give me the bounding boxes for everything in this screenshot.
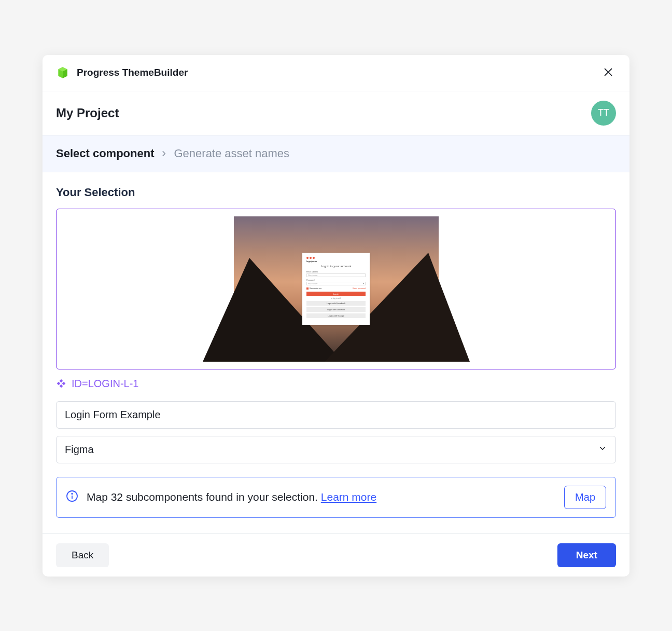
avatar[interactable]: TT <box>591 101 616 126</box>
selection-preview: logoipsum Log in to your account Email a… <box>56 209 616 369</box>
info-suffix: subcomponents found in your selection. <box>123 491 321 503</box>
svg-point-4 <box>72 493 73 495</box>
source-select[interactable]: Figma <box>56 436 616 463</box>
preview-linkedin-button: Login with LinkedIn <box>306 307 366 312</box>
caret-down-icon: ▾ <box>363 282 364 285</box>
breadcrumb-step-current: Select component <box>56 147 154 160</box>
login-card-preview: logoipsum Log in to your account Email a… <box>302 253 370 325</box>
content: Your Selection logoipsum Log in to your … <box>43 172 629 533</box>
dialog-header: Progress ThemeBuilder <box>43 55 629 91</box>
preview-login-button: Log in <box>306 292 366 296</box>
preview-options-row: Remember me Reset password <box>306 287 366 290</box>
preview-or-text: or log in with <box>306 297 366 299</box>
preview-logo-icon <box>306 257 366 259</box>
layer-id: ID=LOGIN-L-1 <box>72 378 138 390</box>
checkbox-icon <box>306 287 309 290</box>
component-icon <box>56 378 66 389</box>
learn-more-link[interactable]: Learn more <box>321 491 376 503</box>
chevron-right-icon <box>160 150 167 157</box>
preview-password-input: Placeholder▾ <box>306 282 366 285</box>
close-icon <box>603 72 614 79</box>
preview-password-placeholder: Placeholder <box>308 283 317 285</box>
preview-email-label: Email address <box>306 271 366 273</box>
section-title: Your Selection <box>56 186 616 199</box>
progress-logo-icon <box>56 66 69 79</box>
layer-id-row: ID=LOGIN-L-1 <box>56 378 616 390</box>
preview-brand: logoipsum <box>306 260 366 263</box>
project-bar: My Project TT <box>43 91 629 135</box>
breadcrumb: Select component Generate asset names <box>43 135 629 172</box>
info-count: 32 <box>111 491 123 503</box>
preview-google-button: Login with Google <box>306 313 366 318</box>
app-title: Progress ThemeBuilder <box>77 67 600 78</box>
info-text: Map 32 subcomponents found in your selec… <box>87 491 556 503</box>
map-button[interactable]: Map <box>564 486 606 509</box>
source-select-value: Figma <box>65 444 94 456</box>
preview-image: logoipsum Log in to your account Email a… <box>234 216 439 362</box>
component-name-input[interactable] <box>56 401 616 429</box>
back-button[interactable]: Back <box>56 543 109 567</box>
chevron-down-icon <box>598 444 607 456</box>
preview-email-input: Placeholder <box>306 273 366 277</box>
dialog: Progress ThemeBuilder My Project TT Sele… <box>43 55 629 577</box>
preview-facebook-button: Login with Facebook <box>306 301 366 306</box>
preview-title: Log in to your account <box>306 265 366 268</box>
close-button[interactable] <box>600 64 616 81</box>
preview-password-label: Password <box>306 279 366 281</box>
preview-remember-label: Remember me <box>310 287 321 290</box>
preview-reset-link: Reset password <box>353 287 366 290</box>
info-icon <box>66 490 78 504</box>
project-name: My Project <box>56 106 591 120</box>
next-button[interactable]: Next <box>557 543 616 567</box>
dialog-footer: Back Next <box>43 533 629 577</box>
preview-remember: Remember me <box>306 287 321 290</box>
info-bar: Map 32 subcomponents found in your selec… <box>56 477 616 518</box>
breadcrumb-step-next: Generate asset names <box>174 147 289 160</box>
info-prefix: Map <box>87 491 111 503</box>
